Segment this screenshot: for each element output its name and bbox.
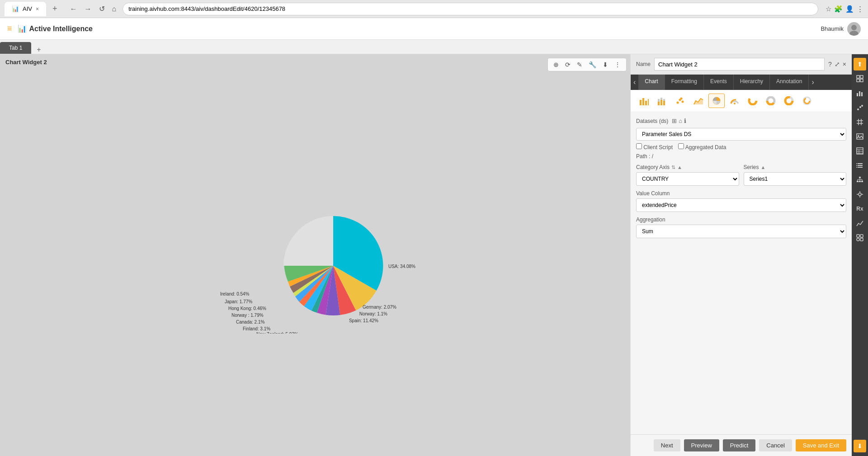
tab-events[interactable]: Events — [704, 75, 734, 90]
svg-rect-44 — [857, 134, 863, 139]
sidebar-settings-icon[interactable] — [854, 188, 866, 201]
tab-close-btn[interactable]: × — [36, 6, 39, 12]
sidebar-list-icon[interactable] — [854, 159, 866, 172]
extensions-icon[interactable]: 🧩 — [834, 5, 843, 13]
panel-help-icon[interactable]: ? — [828, 61, 832, 68]
chart-type-donut2[interactable] — [763, 94, 779, 108]
sidebar-upload-icon[interactable]: ⬆ — [854, 58, 866, 71]
label-finland: Finland: 3.1% — [243, 326, 270, 331]
tab-favicon: 📊 — [12, 5, 19, 12]
tab-chart[interactable]: Chart — [638, 75, 665, 90]
dataset-select[interactable]: Parameter Sales DS — [636, 128, 846, 141]
dataset-info-icon[interactable]: ℹ — [684, 118, 686, 124]
svg-point-29 — [804, 98, 810, 103]
panel-header-icons: ? ⤢ × — [828, 61, 846, 68]
more-icon[interactable]: ⋮ — [613, 60, 623, 69]
hamburger-menu-icon[interactable]: ≡ — [7, 24, 12, 33]
svg-point-38 — [859, 106, 861, 108]
predict-button[interactable]: Predict — [723, 439, 755, 451]
sidebar-table-icon[interactable] — [854, 145, 866, 157]
more-options-icon[interactable]: ⋮ — [857, 5, 863, 13]
chart-type-pie[interactable] — [708, 94, 725, 108]
category-axis-sort-icon[interactable]: ⇅ — [671, 165, 675, 170]
chart-type-stacked-bar[interactable] — [654, 94, 670, 108]
aggregation-select[interactable]: Sum — [636, 225, 846, 238]
profile-icon[interactable]: 👤 — [845, 5, 854, 13]
pie-slice-other[interactable] — [283, 216, 333, 266]
label-spain: Spain: 11.42% — [349, 318, 378, 323]
avatar[interactable] — [847, 22, 861, 36]
tab-1[interactable]: Tab 1 — [0, 42, 31, 54]
chart-type-donut3[interactable] — [781, 94, 797, 108]
chart-type-donut4[interactable] — [799, 94, 815, 108]
series-filter-icon[interactable]: ▲ — [761, 165, 766, 170]
right-sidebar: ⬆ Rx — [852, 54, 868, 456]
nav-reload-button[interactable]: ↺ — [96, 3, 108, 15]
move-icon[interactable]: ⊕ — [552, 60, 561, 69]
dataset-home-icon[interactable]: ⌂ — [679, 118, 682, 124]
chart-type-gauge[interactable] — [726, 94, 743, 108]
dataset-tree-icon[interactable]: ⊞ — [672, 118, 677, 124]
link-icon[interactable]: ⟳ — [563, 60, 572, 69]
aggregated-data-checkbox[interactable] — [678, 143, 684, 149]
next-button[interactable]: Next — [654, 439, 680, 451]
tab-annotation[interactable]: Annotation — [770, 75, 809, 90]
preview-button[interactable]: Preview — [684, 439, 719, 451]
chart-type-bar[interactable] — [636, 94, 652, 108]
nav-back-button[interactable]: ← — [67, 3, 80, 15]
svg-point-16 — [680, 98, 683, 100]
chart-type-scatter[interactable] — [672, 94, 689, 108]
edit-icon[interactable]: ✎ — [575, 60, 584, 69]
widget-name-input[interactable] — [654, 58, 825, 71]
cancel-button[interactable]: Cancel — [759, 439, 792, 451]
client-script-checkbox-label[interactable]: Client Script — [636, 143, 673, 150]
download-icon[interactable]: ⬇ — [601, 60, 610, 69]
sidebar-download-icon[interactable]: ⬇ — [854, 440, 866, 452]
sidebar-components-icon[interactable] — [854, 231, 866, 244]
sidebar-analytics-icon[interactable] — [854, 217, 866, 230]
address-bar[interactable] — [123, 3, 818, 15]
panel-tab-back[interactable]: ‹ — [631, 75, 638, 90]
panel-close-icon[interactable]: × — [843, 61, 846, 68]
svg-rect-10 — [660, 98, 662, 100]
sidebar-bar-chart-icon[interactable] — [854, 87, 866, 99]
pie-wrapper: USA: 34.08% Germany: 2.07% Norway: 1.1% … — [202, 198, 428, 334]
pie-chart-area: USA: 34.08% Germany: 2.07% Norway: 1.1% … — [4, 68, 627, 456]
svg-point-19 — [734, 103, 736, 104]
sidebar-rx-icon[interactable]: Rx — [854, 202, 866, 215]
panel-move-icon[interactable]: ⤢ — [835, 61, 840, 68]
label-nz: New Zealand: 5.03% — [256, 332, 298, 334]
nav-home-button[interactable]: ⌂ — [109, 3, 119, 15]
chart-type-area[interactable] — [690, 94, 707, 108]
new-tab-button[interactable]: + — [50, 3, 60, 14]
sidebar-org-chart-icon[interactable] — [854, 174, 866, 186]
chart-type-donut1[interactable] — [745, 94, 761, 108]
sidebar-scatter-icon[interactable] — [854, 101, 866, 114]
series-select[interactable]: Series1 — [744, 172, 847, 186]
panel-tabs: ‹ Chart Formatting Events Hierarchy Anno… — [631, 75, 852, 90]
svg-rect-35 — [859, 91, 860, 96]
dataset-checkboxes: Client Script Aggregated Data — [636, 143, 846, 150]
browser-tab[interactable]: 📊 AIV × — [5, 2, 46, 16]
category-axis-select[interactable]: COUNTRY — [636, 172, 739, 186]
browser-nav: ← → ↺ ⌂ — [67, 3, 119, 15]
add-tab-button[interactable]: + — [33, 46, 44, 54]
sidebar-dashboard-icon[interactable] — [854, 72, 866, 85]
tab-hierarchy[interactable]: Hierarchy — [734, 75, 770, 90]
value-column-select[interactable]: extendedPrice — [636, 198, 846, 212]
panel-tab-forward[interactable]: › — [809, 75, 816, 90]
axis-section: Category Axis ⇅ ▲ COUNTRY Series ▲ Serie… — [636, 164, 846, 186]
save-exit-button[interactable]: Save and Exit — [796, 439, 846, 451]
path-row: Path : / — [636, 153, 846, 160]
client-script-checkbox[interactable] — [636, 143, 642, 149]
bookmark-icon[interactable]: ☆ — [826, 5, 831, 13]
tab-formatting[interactable]: Formatting — [665, 75, 704, 90]
wrench-icon[interactable]: 🔧 — [587, 60, 598, 69]
sidebar-image-icon[interactable] — [854, 130, 866, 143]
sidebar-grid-icon[interactable] — [854, 116, 866, 128]
label-germany: Germany: 2.07% — [363, 305, 396, 310]
category-axis-filter-icon[interactable]: ▲ — [677, 165, 682, 170]
aggregated-data-checkbox-label[interactable]: Aggregated Data — [678, 143, 726, 150]
app-logo: 📊 Active Intelligence — [18, 24, 93, 33]
nav-forward-button[interactable]: → — [82, 3, 94, 15]
